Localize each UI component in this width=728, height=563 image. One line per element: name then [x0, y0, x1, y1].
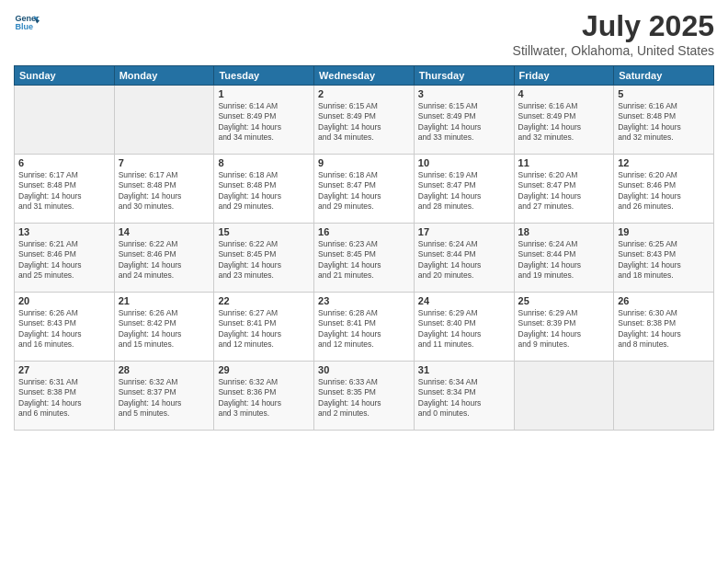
calendar-table: Sunday Monday Tuesday Wednesday Thursday…: [14, 65, 714, 431]
main-title: July 2025: [513, 9, 714, 43]
day-number: 6: [18, 157, 110, 168]
day-number: 1: [218, 88, 310, 99]
day-info: Sunrise: 6:17 AM Sunset: 8:48 PM Dayligh…: [119, 170, 210, 213]
day-number: 20: [18, 295, 110, 306]
day-info: Sunrise: 6:26 AM Sunset: 8:43 PM Dayligh…: [18, 308, 110, 350]
logo-icon: General Blue: [14, 9, 40, 35]
title-block: July 2025 Stillwater, Oklahoma, United S…: [513, 9, 714, 58]
day-info: Sunrise: 6:20 AM Sunset: 8:46 PM Dayligh…: [618, 170, 710, 213]
header-sunday: Sunday: [15, 66, 115, 86]
day-info: Sunrise: 6:16 AM Sunset: 8:48 PM Dayligh…: [618, 101, 710, 144]
day-info: Sunrise: 6:18 AM Sunset: 8:47 PM Dayligh…: [318, 170, 410, 213]
day-number: 5: [618, 88, 710, 99]
day-info: Sunrise: 6:24 AM Sunset: 8:44 PM Dayligh…: [518, 239, 610, 282]
day-cell: [15, 86, 115, 155]
day-info: Sunrise: 6:26 AM Sunset: 8:42 PM Dayligh…: [119, 308, 210, 350]
day-cell: 17Sunrise: 6:24 AM Sunset: 8:44 PM Dayli…: [414, 224, 514, 293]
day-cell: 13Sunrise: 6:21 AM Sunset: 8:46 PM Dayli…: [15, 224, 115, 293]
day-number: 3: [418, 88, 510, 99]
day-info: Sunrise: 6:16 AM Sunset: 8:49 PM Dayligh…: [518, 101, 610, 144]
day-cell: 15Sunrise: 6:22 AM Sunset: 8:45 PM Dayli…: [214, 224, 314, 293]
week-row-5: 27Sunrise: 6:31 AM Sunset: 8:38 PM Dayli…: [15, 362, 714, 431]
day-info: Sunrise: 6:28 AM Sunset: 8:41 PM Dayligh…: [318, 308, 410, 350]
day-cell: 29Sunrise: 6:32 AM Sunset: 8:36 PM Dayli…: [214, 362, 314, 431]
day-info: Sunrise: 6:21 AM Sunset: 8:46 PM Dayligh…: [18, 239, 110, 282]
day-info: Sunrise: 6:34 AM Sunset: 8:34 PM Dayligh…: [418, 377, 510, 419]
day-cell: 30Sunrise: 6:33 AM Sunset: 8:35 PM Dayli…: [314, 362, 415, 431]
day-number: 22: [218, 295, 310, 306]
day-number: 16: [318, 226, 410, 237]
header-friday: Friday: [514, 66, 614, 86]
day-cell: 14Sunrise: 6:22 AM Sunset: 8:46 PM Dayli…: [114, 224, 214, 293]
day-info: Sunrise: 6:19 AM Sunset: 8:47 PM Dayligh…: [418, 170, 510, 213]
day-cell: 21Sunrise: 6:26 AM Sunset: 8:42 PM Dayli…: [114, 293, 214, 362]
header-saturday: Saturday: [614, 66, 714, 86]
day-cell: [514, 362, 614, 431]
week-row-3: 13Sunrise: 6:21 AM Sunset: 8:46 PM Dayli…: [15, 224, 714, 293]
day-info: Sunrise: 6:25 AM Sunset: 8:43 PM Dayligh…: [618, 239, 710, 282]
day-cell: 9Sunrise: 6:18 AM Sunset: 8:47 PM Daylig…: [314, 155, 415, 224]
day-cell: 26Sunrise: 6:30 AM Sunset: 8:38 PM Dayli…: [614, 293, 714, 362]
header-monday: Monday: [114, 66, 214, 86]
calendar-page: General Blue July 2025 Stillwater, Oklah…: [0, 0, 728, 563]
day-number: 24: [418, 295, 510, 306]
day-cell: 27Sunrise: 6:31 AM Sunset: 8:38 PM Dayli…: [15, 362, 115, 431]
day-info: Sunrise: 6:20 AM Sunset: 8:47 PM Dayligh…: [518, 170, 610, 213]
day-cell: 16Sunrise: 6:23 AM Sunset: 8:45 PM Dayli…: [314, 224, 415, 293]
logo: General Blue: [14, 9, 40, 35]
day-info: Sunrise: 6:23 AM Sunset: 8:45 PM Dayligh…: [318, 239, 410, 282]
day-cell: 6Sunrise: 6:17 AM Sunset: 8:48 PM Daylig…: [15, 155, 115, 224]
day-cell: 3Sunrise: 6:15 AM Sunset: 8:49 PM Daylig…: [414, 86, 514, 155]
day-cell: 28Sunrise: 6:32 AM Sunset: 8:37 PM Dayli…: [114, 362, 214, 431]
day-info: Sunrise: 6:31 AM Sunset: 8:38 PM Dayligh…: [18, 377, 110, 419]
day-number: 10: [418, 157, 510, 168]
day-info: Sunrise: 6:15 AM Sunset: 8:49 PM Dayligh…: [318, 101, 410, 144]
day-info: Sunrise: 6:29 AM Sunset: 8:40 PM Dayligh…: [418, 308, 510, 350]
day-number: 9: [318, 157, 410, 168]
day-number: 15: [218, 226, 310, 237]
week-row-2: 6Sunrise: 6:17 AM Sunset: 8:48 PM Daylig…: [15, 155, 714, 224]
header: General Blue July 2025 Stillwater, Oklah…: [14, 9, 714, 58]
calendar-header-row: Sunday Monday Tuesday Wednesday Thursday…: [15, 66, 714, 86]
day-info: Sunrise: 6:32 AM Sunset: 8:37 PM Dayligh…: [119, 377, 210, 419]
header-wednesday: Wednesday: [314, 66, 415, 86]
day-cell: 5Sunrise: 6:16 AM Sunset: 8:48 PM Daylig…: [614, 86, 714, 155]
day-cell: [114, 86, 214, 155]
day-number: 19: [618, 226, 710, 237]
day-cell: 19Sunrise: 6:25 AM Sunset: 8:43 PM Dayli…: [614, 224, 714, 293]
day-number: 12: [618, 157, 710, 168]
day-info: Sunrise: 6:22 AM Sunset: 8:46 PM Dayligh…: [119, 239, 210, 282]
day-info: Sunrise: 6:17 AM Sunset: 8:48 PM Dayligh…: [18, 170, 110, 213]
day-number: 14: [119, 226, 210, 237]
day-number: 21: [119, 295, 210, 306]
day-number: 25: [518, 295, 610, 306]
day-number: 26: [618, 295, 710, 306]
day-number: 4: [518, 88, 610, 99]
day-cell: [614, 362, 714, 431]
day-cell: 7Sunrise: 6:17 AM Sunset: 8:48 PM Daylig…: [114, 155, 214, 224]
day-number: 17: [418, 226, 510, 237]
day-cell: 22Sunrise: 6:27 AM Sunset: 8:41 PM Dayli…: [214, 293, 314, 362]
day-cell: 8Sunrise: 6:18 AM Sunset: 8:48 PM Daylig…: [214, 155, 314, 224]
day-cell: 24Sunrise: 6:29 AM Sunset: 8:40 PM Dayli…: [414, 293, 514, 362]
day-cell: 4Sunrise: 6:16 AM Sunset: 8:49 PM Daylig…: [514, 86, 614, 155]
day-info: Sunrise: 6:22 AM Sunset: 8:45 PM Dayligh…: [218, 239, 310, 282]
day-cell: 10Sunrise: 6:19 AM Sunset: 8:47 PM Dayli…: [414, 155, 514, 224]
day-info: Sunrise: 6:29 AM Sunset: 8:39 PM Dayligh…: [518, 308, 610, 350]
subtitle: Stillwater, Oklahoma, United States: [513, 43, 714, 58]
day-cell: 1Sunrise: 6:14 AM Sunset: 8:49 PM Daylig…: [214, 86, 314, 155]
day-number: 7: [119, 157, 210, 168]
day-cell: 31Sunrise: 6:34 AM Sunset: 8:34 PM Dayli…: [414, 362, 514, 431]
day-cell: 25Sunrise: 6:29 AM Sunset: 8:39 PM Dayli…: [514, 293, 614, 362]
day-info: Sunrise: 6:24 AM Sunset: 8:44 PM Dayligh…: [418, 239, 510, 282]
day-cell: 23Sunrise: 6:28 AM Sunset: 8:41 PM Dayli…: [314, 293, 415, 362]
day-number: 11: [518, 157, 610, 168]
day-info: Sunrise: 6:32 AM Sunset: 8:36 PM Dayligh…: [218, 377, 310, 419]
day-info: Sunrise: 6:30 AM Sunset: 8:38 PM Dayligh…: [618, 308, 710, 350]
week-row-4: 20Sunrise: 6:26 AM Sunset: 8:43 PM Dayli…: [15, 293, 714, 362]
day-number: 31: [418, 364, 510, 375]
header-thursday: Thursday: [414, 66, 514, 86]
day-info: Sunrise: 6:27 AM Sunset: 8:41 PM Dayligh…: [218, 308, 310, 350]
day-number: 2: [318, 88, 410, 99]
day-cell: 18Sunrise: 6:24 AM Sunset: 8:44 PM Dayli…: [514, 224, 614, 293]
